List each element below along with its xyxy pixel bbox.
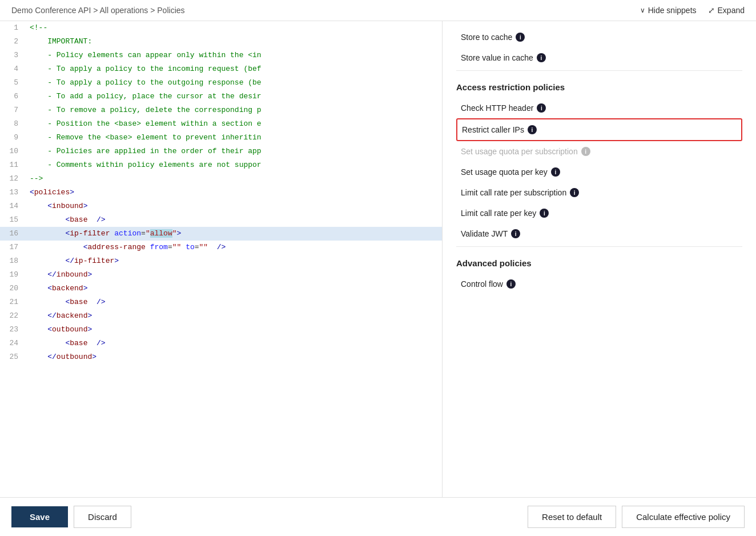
reset-to-default-button[interactable]: Reset to default	[528, 506, 616, 528]
line-number: 4	[0, 62, 27, 76]
line-content[interactable]: <base />	[27, 295, 442, 309]
policy-item-store-value-in-cache[interactable]: Store value in cache i	[456, 47, 742, 68]
line-content[interactable]: - Remove the <base> element to prevent i…	[27, 131, 442, 145]
line-number: 25	[0, 350, 27, 364]
line-number: 13	[0, 186, 27, 199]
code-line-17: 17 <address-range from="" to="" />	[0, 241, 442, 254]
line-content[interactable]: <address-range from="" to="" />	[27, 241, 442, 254]
policy-item-control-flow[interactable]: Control flow i	[456, 274, 742, 294]
code-line-5: 5 - To apply a policy to the outgoing re…	[0, 76, 442, 90]
line-content[interactable]: -->	[27, 172, 442, 186]
line-number: 19	[0, 268, 27, 282]
check-http-header-info-icon[interactable]: i	[537, 103, 546, 113]
line-number: 2	[0, 35, 27, 49]
line-number: 3	[0, 49, 27, 62]
store-value-in-cache-info-icon[interactable]: i	[537, 53, 546, 62]
line-number: 6	[0, 90, 27, 103]
line-content[interactable]: IMPORTANT:	[27, 35, 442, 49]
breadcrumb-part1: Demo Conference API	[11, 6, 91, 15]
line-number: 1	[0, 21, 27, 35]
policy-item-validate-jwt[interactable]: Validate JWT i	[456, 223, 742, 244]
line-content[interactable]: </backend>	[27, 309, 442, 323]
code-line-16: 16 <ip-filter action="allow">	[0, 227, 442, 241]
breadcrumb-part3: Policies	[157, 6, 184, 15]
line-content[interactable]: <!--	[27, 21, 442, 35]
code-line-21: 21 <base />	[0, 295, 442, 309]
control-flow-info-icon[interactable]: i	[506, 279, 516, 289]
line-content[interactable]: - To apply a policy to the outgoing resp…	[27, 76, 442, 90]
limit-call-rate-per-subscription-label: Limit call rate per subscription	[461, 188, 566, 197]
line-number: 8	[0, 117, 27, 131]
access-restriction-section: Access restriction policies Check HTTP h…	[456, 82, 742, 244]
line-number: 24	[0, 337, 27, 350]
code-line-3: 3 - Policy elements can appear only with…	[0, 49, 442, 62]
line-content[interactable]: - To remove a policy, delete the corresp…	[27, 103, 442, 117]
line-content[interactable]: </ip-filter>	[27, 254, 442, 268]
main-content: 1<!--2 IMPORTANT:3 - Policy elements can…	[0, 21, 756, 497]
chevron-down-icon: ∨	[640, 6, 645, 14]
line-content[interactable]: </inbound>	[27, 268, 442, 282]
policy-item-set-usage-quota-per-subscription[interactable]: Set usage quota per subscription i	[456, 141, 742, 162]
save-button[interactable]: Save	[11, 506, 68, 527]
breadcrumb-part2: All operations	[99, 6, 148, 15]
line-content[interactable]: <base />	[27, 337, 442, 350]
policy-item-store-to-cache[interactable]: Store to cache i	[456, 27, 742, 47]
discard-button[interactable]: Discard	[74, 506, 131, 528]
line-number: 20	[0, 282, 27, 295]
set-usage-quota-per-subscription-info-icon[interactable]: i	[581, 147, 590, 156]
code-panel[interactable]: 1<!--2 IMPORTANT:3 - Policy elements can…	[0, 21, 443, 497]
code-line-18: 18 </ip-filter>	[0, 254, 442, 268]
hide-snippets-button[interactable]: ∨ Hide snippets	[640, 6, 697, 15]
set-usage-quota-per-subscription-label: Set usage quota per subscription	[461, 147, 578, 156]
line-content[interactable]: - Policies are applied in the order of t…	[27, 145, 442, 158]
code-line-11: 11 - Comments within policy elements are…	[0, 158, 442, 172]
line-content[interactable]: <outbound>	[27, 323, 442, 337]
line-number: 5	[0, 76, 27, 90]
calculate-effective-policy-button[interactable]: Calculate effective policy	[622, 506, 745, 528]
set-usage-quota-per-key-info-icon[interactable]: i	[551, 167, 560, 177]
line-number: 11	[0, 158, 27, 172]
line-content[interactable]: - Comments within policy elements are no…	[27, 158, 442, 172]
policy-item-check-http-header[interactable]: Check HTTP header i	[456, 98, 742, 118]
policy-item-limit-call-rate-per-subscription[interactable]: Limit call rate per subscription i	[456, 182, 742, 203]
restrict-caller-ips-info-icon[interactable]: i	[528, 125, 537, 134]
line-content[interactable]: - To apply a policy to the incoming requ…	[27, 62, 442, 76]
line-content[interactable]: <policies>	[27, 186, 442, 199]
code-line-19: 19 </inbound>	[0, 268, 442, 282]
code-line-25: 25 </outbound>	[0, 350, 442, 364]
code-line-24: 24 <base />	[0, 337, 442, 350]
line-content[interactable]: <inbound>	[27, 199, 442, 213]
line-content[interactable]: <backend>	[27, 282, 442, 295]
line-number: 14	[0, 199, 27, 213]
expand-label: Expand	[718, 6, 745, 15]
line-content[interactable]: - Position the <base> element within a s…	[27, 117, 442, 131]
breadcrumb: Demo Conference API > All operations > P…	[11, 6, 185, 15]
policy-item-restrict-caller-ips[interactable]: Restrict caller IPs i	[456, 118, 742, 141]
line-number: 9	[0, 131, 27, 145]
check-http-header-label: Check HTTP header	[461, 103, 533, 113]
policy-item-set-usage-quota-per-key[interactable]: Set usage quota per key i	[456, 162, 742, 182]
breadcrumb-sep2: >	[148, 6, 157, 15]
cache-section: Store to cache i Store value in cache i	[456, 27, 742, 68]
limit-call-rate-per-subscription-info-icon[interactable]: i	[570, 188, 579, 197]
line-content[interactable]: - Policy elements can appear only within…	[27, 49, 442, 62]
code-line-9: 9 - Remove the <base> element to prevent…	[0, 131, 442, 145]
expand-icon: ⤢	[708, 6, 715, 15]
code-line-2: 2 IMPORTANT:	[0, 35, 442, 49]
breadcrumb-sep1: >	[91, 6, 99, 15]
policy-item-limit-call-rate-per-key[interactable]: Limit call rate per key i	[456, 203, 742, 223]
code-line-22: 22 </backend>	[0, 309, 442, 323]
validate-jwt-info-icon[interactable]: i	[511, 229, 520, 238]
line-content[interactable]: </outbound>	[27, 350, 442, 364]
limit-call-rate-per-key-info-icon[interactable]: i	[540, 209, 549, 218]
line-number: 17	[0, 241, 27, 254]
line-content[interactable]: <ip-filter action="allow">	[27, 227, 442, 241]
code-line-4: 4 - To apply a policy to the incoming re…	[0, 62, 442, 76]
line-content[interactable]: <base />	[27, 213, 442, 227]
line-content[interactable]: - To add a policy, place the cursor at t…	[27, 90, 442, 103]
expand-button[interactable]: ⤢ Expand	[708, 6, 745, 15]
store-value-in-cache-label: Store value in cache	[461, 53, 533, 62]
code-line-15: 15 <base />	[0, 213, 442, 227]
store-to-cache-info-icon[interactable]: i	[516, 33, 525, 42]
section-divider-1	[456, 70, 742, 71]
